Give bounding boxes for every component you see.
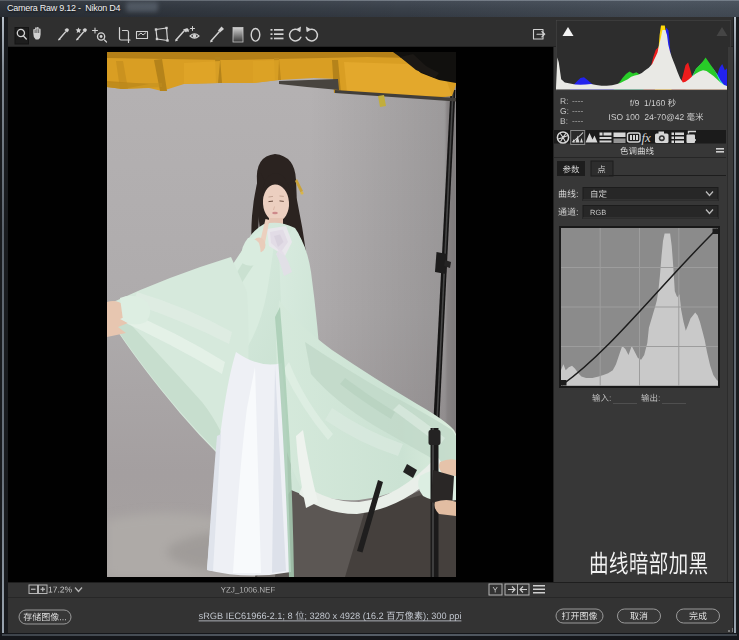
svg-text:fx: fx xyxy=(642,130,652,145)
